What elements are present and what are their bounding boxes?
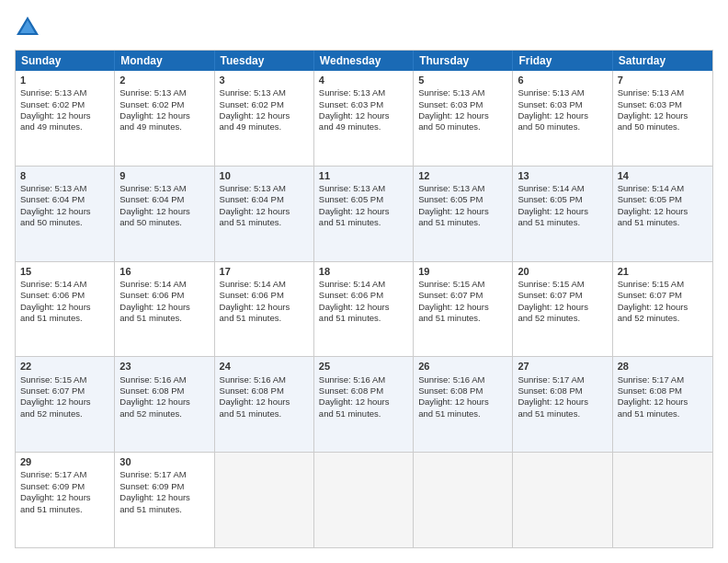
day-content: Sunrise: 5:13 AMSunset: 6:04 PMDaylight:… [20,183,109,228]
day-content: Sunrise: 5:15 AMSunset: 6:07 PMDaylight:… [20,374,109,419]
calendar-row: 29Sunrise: 5:17 AMSunset: 6:09 PMDayligh… [16,452,712,547]
day-content: Sunrise: 5:14 AMSunset: 6:05 PMDaylight:… [518,183,607,228]
calendar-day-cell: 20Sunrise: 5:15 AMSunset: 6:07 PMDayligh… [513,262,612,357]
day-number: 3 [220,74,309,86]
day-content: Sunrise: 5:14 AMSunset: 6:05 PMDaylight:… [618,183,708,228]
calendar-day-cell: 28Sunrise: 5:17 AMSunset: 6:08 PMDayligh… [613,357,712,452]
day-content: Sunrise: 5:13 AMSunset: 6:04 PMDaylight:… [119,183,209,228]
calendar-day-cell: 16Sunrise: 5:14 AMSunset: 6:06 PMDayligh… [115,262,214,357]
day-number: 19 [418,265,507,278]
day-number: 8 [20,169,109,182]
day-number: 17 [220,265,309,278]
calendar-body: 1Sunrise: 5:13 AMSunset: 6:02 PMDaylight… [16,71,712,547]
weekday-header: Friday [513,51,612,71]
calendar-day-cell: 17Sunrise: 5:14 AMSunset: 6:06 PMDayligh… [215,262,314,357]
day-number: 29 [20,455,109,468]
day-number: 20 [518,265,607,278]
day-number: 27 [518,360,607,373]
calendar-empty-cell [215,453,314,547]
day-content: Sunrise: 5:14 AMSunset: 6:06 PMDaylight:… [319,279,408,324]
calendar-day-cell: 15Sunrise: 5:14 AMSunset: 6:06 PMDayligh… [16,262,115,357]
calendar-row: 22Sunrise: 5:15 AMSunset: 6:07 PMDayligh… [16,356,712,452]
calendar-day-cell: 11Sunrise: 5:13 AMSunset: 6:05 PMDayligh… [314,167,414,261]
day-content: Sunrise: 5:13 AMSunset: 6:04 PMDaylight:… [220,183,309,228]
day-number: 16 [119,265,209,278]
calendar-day-cell: 7Sunrise: 5:13 AMSunset: 6:03 PMDaylight… [613,71,712,166]
calendar-day-cell: 25Sunrise: 5:16 AMSunset: 6:08 PMDayligh… [314,357,414,452]
day-number: 6 [518,74,607,86]
calendar-day-cell: 1Sunrise: 5:13 AMSunset: 6:02 PMDaylight… [16,71,115,166]
calendar-day-cell: 10Sunrise: 5:13 AMSunset: 6:04 PMDayligh… [215,167,314,261]
day-number: 7 [618,74,708,86]
weekday-header: Thursday [414,51,513,71]
weekday-header: Sunday [16,51,115,71]
day-content: Sunrise: 5:13 AMSunset: 6:02 PMDaylight:… [220,87,309,132]
calendar-day-cell: 14Sunrise: 5:14 AMSunset: 6:05 PMDayligh… [613,167,712,261]
day-number: 2 [119,74,209,86]
day-number: 12 [418,169,507,182]
day-number: 9 [119,169,209,182]
calendar: SundayMondayTuesdayWednesdayThursdayFrid… [15,50,713,548]
weekday-header: Monday [115,51,214,71]
day-content: Sunrise: 5:17 AMSunset: 6:09 PMDaylight:… [119,469,209,514]
day-number: 14 [618,169,708,182]
calendar-day-cell: 24Sunrise: 5:16 AMSunset: 6:08 PMDayligh… [215,357,314,452]
calendar-day-cell: 5Sunrise: 5:13 AMSunset: 6:03 PMDaylight… [414,71,513,166]
day-content: Sunrise: 5:16 AMSunset: 6:08 PMDaylight:… [319,374,408,419]
day-content: Sunrise: 5:16 AMSunset: 6:08 PMDaylight:… [119,374,209,419]
day-content: Sunrise: 5:13 AMSunset: 6:05 PMDaylight:… [418,183,507,228]
weekday-header: Saturday [613,51,712,71]
day-content: Sunrise: 5:13 AMSunset: 6:05 PMDaylight:… [319,183,408,228]
calendar-day-cell: 12Sunrise: 5:13 AMSunset: 6:05 PMDayligh… [414,167,513,261]
calendar-day-cell: 29Sunrise: 5:17 AMSunset: 6:09 PMDayligh… [16,453,115,547]
calendar-day-cell: 6Sunrise: 5:13 AMSunset: 6:03 PMDaylight… [513,71,612,166]
calendar-row: 8Sunrise: 5:13 AMSunset: 6:04 PMDaylight… [16,166,712,261]
day-content: Sunrise: 5:15 AMSunset: 6:07 PMDaylight:… [618,279,708,324]
calendar-day-cell: 3Sunrise: 5:13 AMSunset: 6:02 PMDaylight… [215,71,314,166]
day-content: Sunrise: 5:13 AMSunset: 6:02 PMDaylight:… [20,87,109,132]
calendar-day-cell: 4Sunrise: 5:13 AMSunset: 6:03 PMDaylight… [314,71,414,166]
calendar-empty-cell [414,453,513,547]
page: SundayMondayTuesdayWednesdayThursdayFrid… [0,0,728,563]
calendar-day-cell: 18Sunrise: 5:14 AMSunset: 6:06 PMDayligh… [314,262,414,357]
day-number: 26 [418,360,507,373]
day-content: Sunrise: 5:13 AMSunset: 6:03 PMDaylight:… [518,87,607,132]
day-content: Sunrise: 5:13 AMSunset: 6:03 PMDaylight:… [319,87,408,132]
day-number: 25 [319,360,408,373]
calendar-row: 15Sunrise: 5:14 AMSunset: 6:06 PMDayligh… [16,261,712,357]
day-content: Sunrise: 5:17 AMSunset: 6:08 PMDaylight:… [618,374,708,419]
header [15,15,713,40]
calendar-day-cell: 2Sunrise: 5:13 AMSunset: 6:02 PMDaylight… [115,71,214,166]
calendar-row: 1Sunrise: 5:13 AMSunset: 6:02 PMDaylight… [16,71,712,166]
day-content: Sunrise: 5:13 AMSunset: 6:03 PMDaylight:… [618,87,708,132]
calendar-empty-cell [613,453,712,547]
day-number: 18 [319,265,408,278]
day-number: 23 [119,360,209,373]
calendar-day-cell: 9Sunrise: 5:13 AMSunset: 6:04 PMDaylight… [115,167,214,261]
calendar-day-cell: 30Sunrise: 5:17 AMSunset: 6:09 PMDayligh… [115,453,214,547]
logo [15,15,44,40]
calendar-day-cell: 13Sunrise: 5:14 AMSunset: 6:05 PMDayligh… [513,167,612,261]
day-content: Sunrise: 5:17 AMSunset: 6:08 PMDaylight:… [518,374,607,419]
calendar-day-cell: 8Sunrise: 5:13 AMSunset: 6:04 PMDaylight… [16,167,115,261]
day-content: Sunrise: 5:15 AMSunset: 6:07 PMDaylight:… [418,279,507,324]
day-content: Sunrise: 5:13 AMSunset: 6:03 PMDaylight:… [418,87,507,132]
day-number: 1 [20,74,109,86]
calendar-day-cell: 22Sunrise: 5:15 AMSunset: 6:07 PMDayligh… [16,357,115,452]
calendar-day-cell: 23Sunrise: 5:16 AMSunset: 6:08 PMDayligh… [115,357,214,452]
day-content: Sunrise: 5:14 AMSunset: 6:06 PMDaylight:… [220,279,309,324]
day-number: 4 [319,74,408,86]
day-number: 5 [418,74,507,86]
day-number: 30 [119,455,209,468]
calendar-day-cell: 19Sunrise: 5:15 AMSunset: 6:07 PMDayligh… [414,262,513,357]
day-number: 24 [220,360,309,373]
day-content: Sunrise: 5:16 AMSunset: 6:08 PMDaylight:… [418,374,507,419]
logo-icon [15,15,40,40]
day-content: Sunrise: 5:16 AMSunset: 6:08 PMDaylight:… [220,374,309,419]
day-number: 28 [618,360,708,373]
day-number: 21 [618,265,708,278]
day-content: Sunrise: 5:14 AMSunset: 6:06 PMDaylight:… [119,279,209,324]
calendar-day-cell: 21Sunrise: 5:15 AMSunset: 6:07 PMDayligh… [613,262,712,357]
day-number: 13 [518,169,607,182]
calendar-day-cell: 27Sunrise: 5:17 AMSunset: 6:08 PMDayligh… [513,357,612,452]
